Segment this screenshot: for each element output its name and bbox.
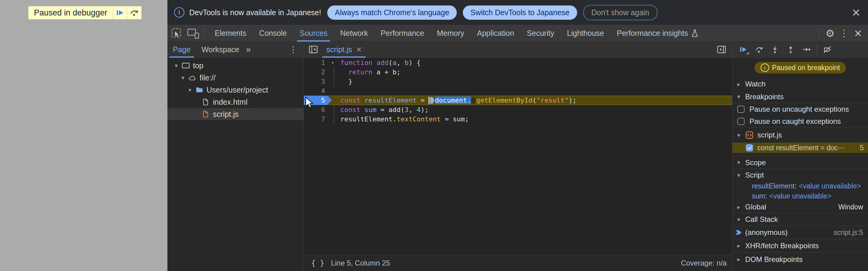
pause-uncaught-label: Pause on uncaught exceptions	[749, 105, 849, 114]
scope-global-value: Window	[838, 203, 863, 211]
pretty-print-icon[interactable]: { }	[311, 259, 324, 267]
scope-global-group[interactable]: ▸ Global Window	[733, 201, 868, 213]
gutter-fold-column	[328, 77, 338, 86]
section-dom-breakpoints[interactable]: ▸ DOM Breakpoints	[733, 252, 868, 266]
navigator-header: Page Workspace » ⋮	[167, 41, 304, 58]
section-xhr-breakpoints[interactable]: ▸ XHR/fetch Breakpoints	[733, 239, 868, 252]
tab-page[interactable]: Page	[167, 41, 196, 58]
section-scope[interactable]: ▾ Scope	[733, 156, 868, 169]
line-number[interactable]: 3	[304, 77, 328, 86]
section-watch[interactable]: ▸ Watch	[733, 78, 868, 90]
tree-item-index.html[interactable]: index.html	[167, 96, 304, 108]
expander-icon[interactable]: ▾	[186, 87, 194, 93]
code-line-5[interactable]: 5const resultElement = document.getEleme…	[304, 96, 732, 105]
tab-workspace[interactable]: Workspace	[196, 41, 245, 58]
tab-elements[interactable]: Elements	[208, 25, 253, 41]
code-line-4[interactable]: 4	[304, 86, 732, 96]
deactivate-breakpoints-button[interactable]	[819, 42, 835, 56]
pause-uncaught-row[interactable]: Pause on uncaught exceptions	[733, 103, 868, 115]
chevron-down-icon: ▾	[737, 132, 745, 139]
line-number[interactable]: 1	[304, 58, 328, 67]
tree-item-users-user-project[interactable]: ▾Users/user/project	[167, 84, 304, 96]
continue-to-here-marker[interactable]	[430, 97, 435, 104]
tab-memory[interactable]: Memory	[430, 25, 470, 41]
close-devtools-button[interactable]: ×	[851, 26, 865, 40]
code-line-2[interactable]: 2 return a + b;	[304, 67, 732, 77]
step-into-button[interactable]	[767, 42, 783, 56]
section-breakpoints[interactable]: ▾ Breakpoints	[733, 90, 868, 103]
switch-to-japanese-button[interactable]: Switch DevTools to Japanese	[463, 5, 577, 20]
line-number[interactable]: 2	[304, 67, 328, 77]
tree-item-script.js[interactable]: script.js	[167, 108, 304, 120]
tree-item-label: file://	[199, 73, 216, 82]
code-fold-icon[interactable]: ▾	[328, 58, 338, 67]
resume-script-execution-button[interactable]	[736, 42, 751, 56]
code-line-6[interactable]: 6const sum = add(3, 4);	[304, 105, 732, 114]
deactivate-breakpoints-icon	[823, 45, 832, 54]
gutter-fold-column	[328, 114, 338, 124]
tab-sources[interactable]: Sources	[293, 25, 334, 41]
settings-button[interactable]: ⚙	[823, 26, 837, 40]
scope-variable-row[interactable]: resultElement:<value unavailable>	[733, 181, 868, 191]
tab-security[interactable]: Security	[521, 25, 560, 41]
scope-variable-row[interactable]: sum:<value unavailable>	[733, 191, 868, 201]
section-call-stack[interactable]: ▾ Call Stack	[733, 213, 868, 226]
chevron-down-icon: ▾	[737, 93, 745, 100]
gear-icon: ⚙	[826, 27, 835, 39]
breakpoint-checkbox[interactable]	[746, 144, 753, 151]
pause-uncaught-checkbox[interactable]	[737, 106, 745, 113]
step-button[interactable]	[799, 42, 814, 56]
breakpoint-entry[interactable]: const resultElement = doc⋯ 5	[733, 143, 868, 153]
paused-on-breakpoint-badge: i Paused on breakpoint	[754, 62, 846, 73]
tree-item-file-[interactable]: ▾file://	[167, 71, 304, 84]
tree-item-top[interactable]: ▾top	[167, 59, 304, 71]
pause-caught-checkbox[interactable]	[737, 118, 745, 125]
toggle-debugger-sidebar-button[interactable]	[717, 46, 726, 53]
code-editor[interactable]: 1▾function add(a, b) {2 return a + b;3 }…	[304, 58, 732, 255]
device-toolbar-button[interactable]	[187, 28, 199, 38]
expander-icon[interactable]: ▾	[172, 62, 180, 69]
line-number[interactable]: 7	[304, 114, 328, 124]
scope-global-label: Global	[745, 203, 766, 211]
step-over-button[interactable]	[751, 42, 767, 56]
step-out-button[interactable]	[783, 42, 799, 56]
pause-caught-row[interactable]: Pause on caught exceptions	[733, 115, 868, 127]
webpage-dim-overlay: Paused in debugger	[0, 0, 167, 271]
line-number[interactable]: 4	[304, 86, 328, 96]
always-match-language-button[interactable]: Always match Chrome's language	[327, 5, 457, 20]
toggle-navigator-button[interactable]	[309, 46, 318, 53]
code-line-3[interactable]: 3 }	[304, 77, 732, 86]
tab-application[interactable]: Application	[471, 25, 521, 41]
breakpoint-group-scriptjs[interactable]: ▾ script.js	[733, 127, 868, 143]
code-line-7[interactable]: 7resultElement.textContent = sum;	[304, 114, 732, 124]
inspect-element-button[interactable]	[172, 28, 182, 38]
tab-lighthouse[interactable]: Lighthouse	[560, 25, 610, 41]
file-tree: ▾top▾file://▾Users/user/projectindex.htm…	[167, 58, 304, 271]
tab-network[interactable]: Network	[334, 25, 375, 41]
tab-console[interactable]: Console	[253, 25, 293, 41]
more-options-button[interactable]: ⋮	[837, 26, 851, 40]
tab-performance[interactable]: Performance	[374, 25, 430, 41]
continue-to-here-marker[interactable]	[471, 97, 476, 104]
active-frame-arrow-icon	[736, 230, 742, 236]
scope-script-group[interactable]: ▾ Script	[733, 169, 868, 181]
collapse-left-pane-icon	[309, 46, 318, 53]
navigator-menu-icon[interactable]: ⋮	[289, 44, 298, 55]
close-icon: ×	[854, 26, 862, 41]
editor-tab-scriptjs[interactable]: script.js ×	[322, 41, 366, 58]
close-tab-icon[interactable]: ×	[356, 45, 362, 54]
call-stack-frame[interactable]: (anonymous)script.js:5	[733, 226, 868, 239]
devtools-panel: i DevTools is now available in Japanese!…	[167, 0, 868, 271]
paused-in-debugger-label: Paused in debugger	[29, 6, 113, 19]
dont-show-again-button[interactable]: Don't show again	[583, 5, 657, 20]
tab-performance-insights[interactable]: Performance insights	[611, 25, 705, 41]
code-line-1[interactable]: 1▾function add(a, b) {	[304, 58, 732, 67]
resume-script-button[interactable]	[113, 6, 127, 19]
infobar-close-icon[interactable]: ×	[852, 5, 860, 20]
step-over-button[interactable]	[127, 6, 141, 19]
gutter-fold-column	[328, 67, 338, 77]
more-tabs-icon[interactable]: »	[246, 44, 251, 54]
code-text: }	[338, 77, 732, 86]
expander-icon[interactable]: ▾	[179, 74, 187, 81]
file-js-icon	[200, 111, 211, 118]
